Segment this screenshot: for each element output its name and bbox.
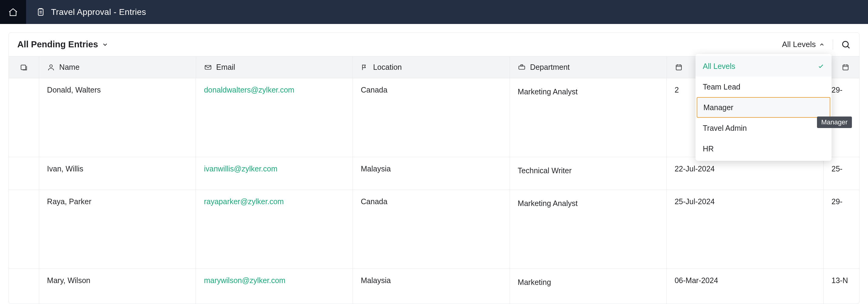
level-dropdown: All Levels Team Lead Manager Travel Admi… xyxy=(695,54,832,161)
cell-end: 13-N xyxy=(824,269,859,304)
cell-email[interactable]: rayaparker@zylker.com xyxy=(196,190,353,269)
cell-end: 29- xyxy=(824,190,859,269)
svg-rect-4 xyxy=(205,65,211,69)
dropdown-item-label: HR xyxy=(703,144,714,153)
cell-department: Marketing Analyst xyxy=(510,78,667,157)
svg-point-1 xyxy=(842,41,848,47)
cell-location: Canada xyxy=(353,190,510,269)
level-selector[interactable]: All Levels xyxy=(782,40,825,49)
svg-rect-5 xyxy=(519,66,525,69)
svg-rect-7 xyxy=(676,65,681,70)
row-selector[interactable] xyxy=(9,190,39,269)
clipboard-icon xyxy=(36,7,45,17)
dropdown-item-label: Travel Admin xyxy=(703,124,747,133)
level-selector-label: All Levels xyxy=(782,40,816,49)
cell-department: Marketing Analyst xyxy=(510,190,667,269)
calendar-icon xyxy=(675,63,683,71)
row-selector[interactable] xyxy=(9,78,39,157)
dropdown-item-manager[interactable]: Manager xyxy=(697,97,830,118)
column-header-location[interactable]: Location xyxy=(353,57,510,78)
cell-date: 06-Mar-2024 xyxy=(666,269,824,304)
dropdown-item-team-lead[interactable]: Team Lead xyxy=(695,76,832,97)
svg-point-3 xyxy=(50,65,53,67)
cell-email[interactable]: ivanwillis@zylker.com xyxy=(196,157,353,190)
svg-rect-6 xyxy=(521,65,523,66)
cell-name: Ivan, Willis xyxy=(39,157,196,190)
cell-department: Technical Writer xyxy=(510,157,667,190)
person-icon xyxy=(47,63,55,71)
row-selector[interactable] xyxy=(9,269,39,304)
chevron-up-icon xyxy=(819,41,825,47)
cell-location: Malaysia xyxy=(353,157,510,190)
panel-header: All Pending Entries All Levels xyxy=(9,33,859,57)
search-button[interactable] xyxy=(841,40,851,49)
svg-rect-8 xyxy=(843,65,848,70)
tooltip: Manager xyxy=(817,116,852,128)
column-settings-button[interactable] xyxy=(9,57,39,78)
dropdown-item-label: Team Lead xyxy=(703,82,740,91)
department-icon xyxy=(518,63,526,71)
cell-email[interactable]: marywilson@zylker.com xyxy=(196,269,353,304)
table-row[interactable]: Raya, Parker rayaparker@zylker.com Canad… xyxy=(9,190,859,269)
cell-name: Donald, Walters xyxy=(39,78,196,157)
dropdown-item-all-levels[interactable]: All Levels xyxy=(695,56,832,76)
cell-email[interactable]: donaldwalters@zylker.com xyxy=(196,78,353,157)
dropdown-item-label: Manager xyxy=(703,103,734,112)
cell-end: 25- xyxy=(824,157,859,190)
view-selector[interactable]: All Pending Entries xyxy=(17,39,108,49)
svg-rect-0 xyxy=(38,9,43,15)
dropdown-item-travel-admin[interactable]: Travel Admin xyxy=(695,118,832,138)
table-row[interactable]: Mary, Wilson marywilson@zylker.com Malay… xyxy=(9,269,859,304)
calendar-icon xyxy=(842,63,849,71)
chevron-down-icon xyxy=(102,41,108,48)
divider xyxy=(833,39,833,50)
check-icon xyxy=(817,63,824,69)
column-header-department[interactable]: Department xyxy=(510,57,667,78)
cell-date: 22-Jul-2024 xyxy=(666,157,824,190)
search-icon xyxy=(841,40,851,49)
cell-location: Canada xyxy=(353,78,510,157)
column-header-name[interactable]: Name xyxy=(39,57,196,78)
cell-name: Raya, Parker xyxy=(39,190,196,269)
view-selector-label: All Pending Entries xyxy=(17,39,98,49)
dropdown-item-hr[interactable]: HR xyxy=(695,138,832,159)
cell-date: 25-Jul-2024 xyxy=(666,190,824,269)
home-button[interactable] xyxy=(0,0,26,24)
top-bar: Travel Approval - Entries xyxy=(0,0,868,24)
mail-icon xyxy=(204,63,212,71)
home-icon xyxy=(8,7,18,17)
flag-icon xyxy=(361,63,369,71)
cell-department: Marketing xyxy=(510,269,667,304)
cell-name: Mary, Wilson xyxy=(39,269,196,304)
svg-rect-2 xyxy=(21,65,26,69)
column-header-email[interactable]: Email xyxy=(196,57,353,78)
cell-location: Malaysia xyxy=(353,269,510,304)
page-title: Travel Approval - Entries xyxy=(51,7,146,17)
table-row[interactable]: Ivan, Willis ivanwillis@zylker.com Malay… xyxy=(9,157,859,190)
dropdown-item-label: All Levels xyxy=(703,62,735,71)
row-selector[interactable] xyxy=(9,157,39,190)
